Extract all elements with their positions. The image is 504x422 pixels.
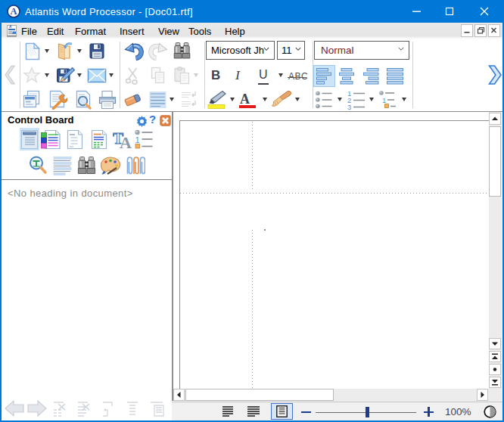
svg-text:A: A bbox=[8, 25, 11, 29]
svg-text:1: 1 bbox=[135, 135, 140, 144]
svg-text:3: 3 bbox=[347, 103, 351, 110]
svg-text:1: 1 bbox=[382, 96, 386, 104]
svg-text:A: A bbox=[10, 6, 17, 17]
svg-text:A: A bbox=[120, 133, 132, 150]
